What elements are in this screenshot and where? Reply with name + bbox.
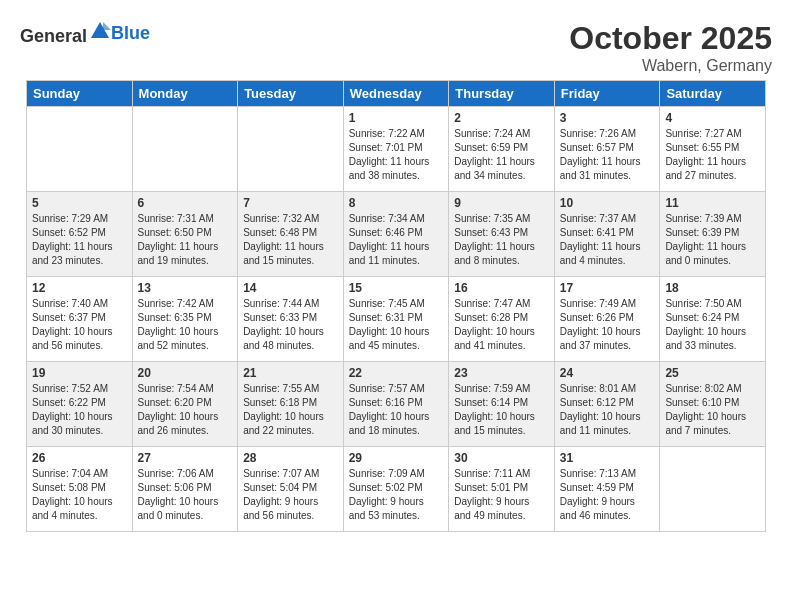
day-number: 27 (138, 451, 233, 465)
calendar-cell: 8Sunrise: 7:34 AM Sunset: 6:46 PM Daylig… (343, 192, 449, 277)
day-number: 10 (560, 196, 655, 210)
calendar-cell: 7Sunrise: 7:32 AM Sunset: 6:48 PM Daylig… (238, 192, 344, 277)
day-info: Sunrise: 7:29 AM Sunset: 6:52 PM Dayligh… (32, 212, 127, 268)
calendar-cell: 15Sunrise: 7:45 AM Sunset: 6:31 PM Dayli… (343, 277, 449, 362)
logo-icon (89, 20, 111, 42)
calendar-day-header: Wednesday (343, 81, 449, 107)
day-number: 30 (454, 451, 549, 465)
day-info: Sunrise: 7:37 AM Sunset: 6:41 PM Dayligh… (560, 212, 655, 268)
day-info: Sunrise: 7:27 AM Sunset: 6:55 PM Dayligh… (665, 127, 760, 183)
day-number: 29 (349, 451, 444, 465)
calendar-cell: 4Sunrise: 7:27 AM Sunset: 6:55 PM Daylig… (660, 107, 766, 192)
day-info: Sunrise: 7:45 AM Sunset: 6:31 PM Dayligh… (349, 297, 444, 353)
calendar-wrapper: SundayMondayTuesdayWednesdayThursdayFrid… (10, 80, 782, 532)
calendar-cell (238, 107, 344, 192)
calendar-cell: 19Sunrise: 7:52 AM Sunset: 6:22 PM Dayli… (27, 362, 133, 447)
day-info: Sunrise: 7:49 AM Sunset: 6:26 PM Dayligh… (560, 297, 655, 353)
day-info: Sunrise: 7:13 AM Sunset: 4:59 PM Dayligh… (560, 467, 655, 523)
calendar-cell: 5Sunrise: 7:29 AM Sunset: 6:52 PM Daylig… (27, 192, 133, 277)
day-number: 25 (665, 366, 760, 380)
calendar-cell: 3Sunrise: 7:26 AM Sunset: 6:57 PM Daylig… (554, 107, 660, 192)
day-info: Sunrise: 7:04 AM Sunset: 5:08 PM Dayligh… (32, 467, 127, 523)
day-number: 31 (560, 451, 655, 465)
day-number: 11 (665, 196, 760, 210)
calendar-cell: 9Sunrise: 7:35 AM Sunset: 6:43 PM Daylig… (449, 192, 555, 277)
day-number: 6 (138, 196, 233, 210)
day-info: Sunrise: 7:54 AM Sunset: 6:20 PM Dayligh… (138, 382, 233, 438)
day-info: Sunrise: 7:32 AM Sunset: 6:48 PM Dayligh… (243, 212, 338, 268)
day-info: Sunrise: 7:39 AM Sunset: 6:39 PM Dayligh… (665, 212, 760, 268)
calendar-cell: 12Sunrise: 7:40 AM Sunset: 6:37 PM Dayli… (27, 277, 133, 362)
day-info: Sunrise: 8:01 AM Sunset: 6:12 PM Dayligh… (560, 382, 655, 438)
day-number: 18 (665, 281, 760, 295)
day-info: Sunrise: 7:35 AM Sunset: 6:43 PM Dayligh… (454, 212, 549, 268)
month-title: October 2025 (569, 20, 772, 57)
day-info: Sunrise: 7:09 AM Sunset: 5:02 PM Dayligh… (349, 467, 444, 523)
calendar-cell: 1Sunrise: 7:22 AM Sunset: 7:01 PM Daylig… (343, 107, 449, 192)
svg-marker-1 (103, 22, 111, 30)
calendar-cell: 23Sunrise: 7:59 AM Sunset: 6:14 PM Dayli… (449, 362, 555, 447)
calendar-cell: 22Sunrise: 7:57 AM Sunset: 6:16 PM Dayli… (343, 362, 449, 447)
calendar-week-row: 1Sunrise: 7:22 AM Sunset: 7:01 PM Daylig… (27, 107, 766, 192)
day-number: 16 (454, 281, 549, 295)
calendar-cell: 26Sunrise: 7:04 AM Sunset: 5:08 PM Dayli… (27, 447, 133, 532)
page-header: General Blue October 2025 Wabern, German… (10, 10, 782, 80)
calendar-cell: 16Sunrise: 7:47 AM Sunset: 6:28 PM Dayli… (449, 277, 555, 362)
calendar-cell (132, 107, 238, 192)
day-info: Sunrise: 7:22 AM Sunset: 7:01 PM Dayligh… (349, 127, 444, 183)
calendar-week-row: 5Sunrise: 7:29 AM Sunset: 6:52 PM Daylig… (27, 192, 766, 277)
calendar-cell: 18Sunrise: 7:50 AM Sunset: 6:24 PM Dayli… (660, 277, 766, 362)
day-number: 23 (454, 366, 549, 380)
logo-blue: Blue (111, 23, 150, 43)
day-number: 7 (243, 196, 338, 210)
calendar-cell: 29Sunrise: 7:09 AM Sunset: 5:02 PM Dayli… (343, 447, 449, 532)
calendar-week-row: 12Sunrise: 7:40 AM Sunset: 6:37 PM Dayli… (27, 277, 766, 362)
day-info: Sunrise: 7:59 AM Sunset: 6:14 PM Dayligh… (454, 382, 549, 438)
calendar-day-header: Saturday (660, 81, 766, 107)
calendar-day-header: Thursday (449, 81, 555, 107)
calendar-cell: 2Sunrise: 7:24 AM Sunset: 6:59 PM Daylig… (449, 107, 555, 192)
calendar-cell: 11Sunrise: 7:39 AM Sunset: 6:39 PM Dayli… (660, 192, 766, 277)
calendar-cell: 27Sunrise: 7:06 AM Sunset: 5:06 PM Dayli… (132, 447, 238, 532)
calendar-cell: 21Sunrise: 7:55 AM Sunset: 6:18 PM Dayli… (238, 362, 344, 447)
day-info: Sunrise: 7:24 AM Sunset: 6:59 PM Dayligh… (454, 127, 549, 183)
calendar-week-row: 26Sunrise: 7:04 AM Sunset: 5:08 PM Dayli… (27, 447, 766, 532)
day-info: Sunrise: 7:07 AM Sunset: 5:04 PM Dayligh… (243, 467, 338, 523)
day-number: 13 (138, 281, 233, 295)
day-info: Sunrise: 7:34 AM Sunset: 6:46 PM Dayligh… (349, 212, 444, 268)
day-info: Sunrise: 7:31 AM Sunset: 6:50 PM Dayligh… (138, 212, 233, 268)
day-info: Sunrise: 8:02 AM Sunset: 6:10 PM Dayligh… (665, 382, 760, 438)
calendar-cell: 17Sunrise: 7:49 AM Sunset: 6:26 PM Dayli… (554, 277, 660, 362)
calendar-cell: 28Sunrise: 7:07 AM Sunset: 5:04 PM Dayli… (238, 447, 344, 532)
calendar-cell: 31Sunrise: 7:13 AM Sunset: 4:59 PM Dayli… (554, 447, 660, 532)
calendar-day-header: Sunday (27, 81, 133, 107)
day-info: Sunrise: 7:11 AM Sunset: 5:01 PM Dayligh… (454, 467, 549, 523)
calendar-day-header: Friday (554, 81, 660, 107)
day-number: 22 (349, 366, 444, 380)
day-number: 14 (243, 281, 338, 295)
calendar-header-row: SundayMondayTuesdayWednesdayThursdayFrid… (27, 81, 766, 107)
calendar-cell (660, 447, 766, 532)
day-number: 19 (32, 366, 127, 380)
calendar-day-header: Tuesday (238, 81, 344, 107)
day-info: Sunrise: 7:50 AM Sunset: 6:24 PM Dayligh… (665, 297, 760, 353)
calendar-table: SundayMondayTuesdayWednesdayThursdayFrid… (26, 80, 766, 532)
day-number: 15 (349, 281, 444, 295)
day-number: 8 (349, 196, 444, 210)
calendar-cell (27, 107, 133, 192)
day-number: 1 (349, 111, 444, 125)
day-number: 2 (454, 111, 549, 125)
day-number: 26 (32, 451, 127, 465)
day-number: 28 (243, 451, 338, 465)
day-info: Sunrise: 7:47 AM Sunset: 6:28 PM Dayligh… (454, 297, 549, 353)
day-number: 21 (243, 366, 338, 380)
calendar-day-header: Monday (132, 81, 238, 107)
calendar-cell: 10Sunrise: 7:37 AM Sunset: 6:41 PM Dayli… (554, 192, 660, 277)
calendar-cell: 30Sunrise: 7:11 AM Sunset: 5:01 PM Dayli… (449, 447, 555, 532)
calendar-cell: 24Sunrise: 8:01 AM Sunset: 6:12 PM Dayli… (554, 362, 660, 447)
calendar-cell: 25Sunrise: 8:02 AM Sunset: 6:10 PM Dayli… (660, 362, 766, 447)
day-number: 17 (560, 281, 655, 295)
day-number: 20 (138, 366, 233, 380)
day-info: Sunrise: 7:40 AM Sunset: 6:37 PM Dayligh… (32, 297, 127, 353)
day-number: 4 (665, 111, 760, 125)
